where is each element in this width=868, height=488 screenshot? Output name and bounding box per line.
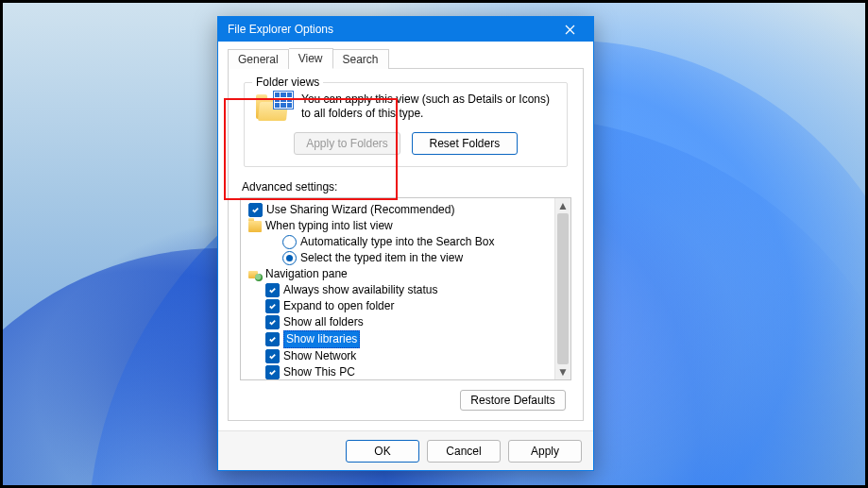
tree-item-label: Always show availability status [283,282,437,298]
tab-strip: General View Search [228,47,584,68]
folder-views-group: Folder views You can apply this view (su… [244,82,568,167]
checkbox-icon[interactable] [265,315,280,329]
tree-item-label: Show libraries [283,330,360,348]
checkbox-icon[interactable] [265,332,280,346]
radio-icon[interactable] [282,235,297,249]
folder-views-description: You can apply this view (such as Details… [301,93,557,121]
restore-defaults-button[interactable]: Restore Defaults [460,390,566,411]
tree-item-label: Show This PC [283,364,355,379]
tree-item[interactable]: Always show availability status [247,282,553,298]
folder-icon [248,221,262,232]
tree-item-label: Navigation pane [265,266,348,282]
tab-general[interactable]: General [228,49,289,69]
advanced-settings-tree[interactable]: Use Sharing Wizard (Recommended)When typ… [240,197,571,380]
radio-icon[interactable] [282,251,297,265]
tree-item-label: Automatically type into the Search Box [300,234,494,250]
file-explorer-options-dialog: File Explorer Options General View Searc… [217,16,594,471]
folder-views-icon [254,93,292,125]
tree-item[interactable]: Navigation pane [247,266,553,282]
navigation-pane-icon [248,269,262,280]
titlebar[interactable]: File Explorer Options [218,17,593,42]
window-title: File Explorer Options [228,23,552,36]
desktop-wallpaper: File Explorer Options General View Searc… [3,3,865,485]
tree-item[interactable]: Expand to open folder [247,298,553,314]
dialog-footer: OK Cancel Apply [218,430,593,470]
scroll-down-icon[interactable]: ▼ [555,364,570,379]
scroll-up-icon[interactable]: ▲ [555,198,570,213]
tree-item[interactable]: Use Sharing Wizard (Recommended) [247,202,553,218]
close-icon [565,25,575,35]
checkbox-icon[interactable] [265,299,280,313]
checkbox-icon[interactable] [265,365,280,379]
tree-item[interactable]: Select the typed item in the view [247,250,553,266]
tab-page-view: Folder views You can apply this view (su… [228,68,584,421]
tree-item-label: Select the typed item in the view [300,250,463,266]
tab-view[interactable]: View [289,48,333,69]
tree-item-label: Use Sharing Wizard (Recommended) [266,202,454,218]
checkbox-icon[interactable] [265,349,280,363]
ok-button[interactable]: OK [346,440,419,463]
tree-item[interactable]: Show all folders [247,314,553,330]
tree-item[interactable]: Show libraries [247,330,553,348]
tab-search[interactable]: Search [333,49,389,69]
apply-button[interactable]: Apply [508,440,582,463]
tree-item-label: Expand to open folder [283,298,394,314]
cancel-button[interactable]: Cancel [427,440,501,463]
tree-item[interactable]: When typing into list view [247,218,553,234]
reset-folders-button[interactable]: Reset Folders [412,132,518,155]
scroll-thumb[interactable] [557,213,569,364]
folder-views-legend: Folder views [252,76,323,89]
tree-item-label: When typing into list view [265,218,393,234]
tree-item-label: Show Network [283,348,356,364]
checkbox-icon[interactable] [265,283,280,297]
tree-scrollbar[interactable]: ▲ ▼ [554,198,570,379]
tree-item-label: Show all folders [283,314,364,330]
close-button[interactable] [552,19,587,40]
tree-item[interactable]: Show This PC [247,364,553,379]
apply-to-folders-button: Apply to Folders [294,132,400,155]
advanced-settings-label: Advanced settings: [242,180,571,194]
checkbox-icon[interactable] [248,203,263,217]
tree-item[interactable]: Show Network [247,348,553,364]
tree-item[interactable]: Automatically type into the Search Box [247,234,553,250]
